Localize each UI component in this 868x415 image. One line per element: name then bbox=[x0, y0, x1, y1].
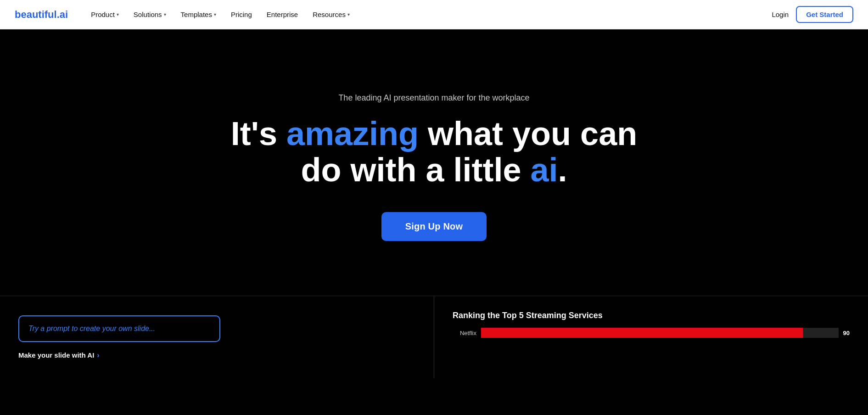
nav-resources[interactable]: Resources ▾ bbox=[306, 7, 356, 22]
bottom-section: Make your slide with AI › Ranking the To… bbox=[0, 296, 868, 378]
chevron-down-icon: ▾ bbox=[117, 12, 119, 17]
hero-period: . bbox=[558, 151, 567, 188]
nav-pricing[interactable]: Pricing bbox=[224, 7, 258, 22]
nav-enterprise-label: Enterprise bbox=[267, 11, 298, 18]
hero-amazing: amazing bbox=[286, 115, 419, 152]
login-link[interactable]: Login bbox=[772, 11, 789, 18]
hero-headline: It's amazing what you can do with a litt… bbox=[228, 116, 641, 188]
bar-fill-netflix bbox=[481, 328, 803, 338]
nav-product[interactable]: Product ▾ bbox=[84, 7, 125, 22]
logo-text: beautiful bbox=[15, 9, 57, 20]
hero-part1: It's bbox=[231, 115, 286, 152]
get-started-button[interactable]: Get Started bbox=[796, 6, 853, 23]
ranking-title: Ranking the Top 5 Streaming Services bbox=[453, 311, 850, 320]
nav-solutions[interactable]: Solutions ▾ bbox=[127, 7, 173, 22]
nav-actions: Login Get Started bbox=[772, 6, 853, 23]
bar-label-netflix: Netflix bbox=[453, 330, 476, 336]
make-slide-label: Make your slide with AI bbox=[18, 351, 94, 359]
navbar: beautiful.ai Product ▾ Solutions ▾ Templ… bbox=[0, 0, 868, 29]
bar-value-netflix: 90 bbox=[843, 330, 850, 336]
nav-resources-label: Resources bbox=[313, 11, 346, 18]
logo[interactable]: beautiful.ai bbox=[15, 9, 68, 21]
prompt-input-wrapper[interactable] bbox=[18, 315, 220, 342]
chevron-down-icon: ▾ bbox=[214, 12, 216, 17]
nav-product-label: Product bbox=[91, 11, 115, 18]
bar-container-netflix bbox=[481, 328, 839, 338]
make-slide-link[interactable]: Make your slide with AI › bbox=[18, 351, 415, 359]
hero-ai: ai bbox=[530, 151, 558, 188]
nav-templates[interactable]: Templates ▾ bbox=[174, 7, 223, 22]
chevron-down-icon: ▾ bbox=[347, 12, 350, 17]
chevron-down-icon: ▾ bbox=[164, 12, 166, 17]
bar-row-netflix: Netflix 90 bbox=[453, 328, 850, 338]
nav-enterprise[interactable]: Enterprise bbox=[260, 7, 304, 22]
nav-links: Product ▾ Solutions ▾ Templates ▾ Pricin… bbox=[84, 7, 772, 22]
prompt-section: Make your slide with AI › bbox=[0, 296, 434, 378]
nav-pricing-label: Pricing bbox=[231, 11, 252, 18]
logo-ai: ai bbox=[60, 9, 68, 20]
sign-up-button[interactable]: Sign Up Now bbox=[381, 212, 487, 241]
nav-templates-label: Templates bbox=[181, 11, 212, 18]
hero-subtitle: The leading AI presentation maker for th… bbox=[338, 93, 529, 103]
ranking-section: Ranking the Top 5 Streaming Services Net… bbox=[434, 296, 868, 378]
nav-solutions-label: Solutions bbox=[134, 11, 162, 18]
hero-section: The leading AI presentation maker for th… bbox=[0, 29, 868, 296]
prompt-input[interactable] bbox=[28, 325, 210, 333]
arrow-right-icon: › bbox=[97, 351, 99, 359]
